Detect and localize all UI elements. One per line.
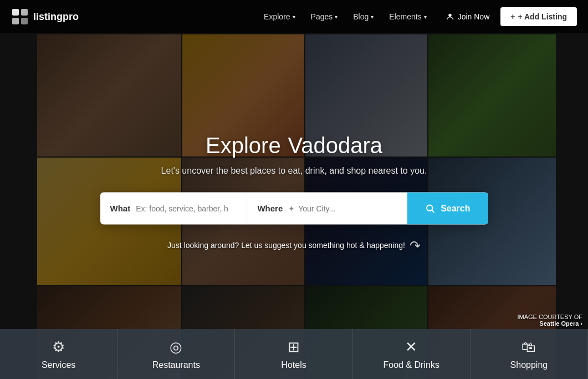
category-restaurants[interactable]: ◎ Restaurants (117, 329, 235, 379)
category-label: Food & Drinks (384, 360, 439, 370)
what-field: What (100, 192, 248, 224)
image-courtesy-link[interactable]: Seattle Opera › (539, 320, 582, 327)
svg-rect-3 (21, 18, 28, 24)
category-services[interactable]: ⚙ Services (0, 329, 117, 379)
hotels-icon: ⊞ (288, 338, 300, 356)
add-listing-button[interactable]: + + Add Listing (500, 7, 577, 26)
hero-section: Explore Vadodara Let's uncover the best … (100, 129, 488, 255)
hero-title: Explore Vadodara (100, 129, 488, 159)
search-icon (425, 203, 435, 213)
arrow-icon: ↷ (410, 235, 421, 255)
logo-icon (11, 8, 29, 26)
food-drinks-icon: ✕ (405, 338, 417, 356)
chevron-down-icon: ▾ (371, 14, 374, 20)
svg-line-6 (432, 210, 434, 212)
nav-pages[interactable]: Pages ▾ (304, 9, 345, 24)
category-label: Restaurants (152, 360, 200, 370)
svg-rect-2 (12, 18, 19, 24)
category-food-drinks[interactable]: ✕ Food & Drinks (353, 329, 471, 379)
nav-blog[interactable]: Blog ▾ (346, 9, 380, 24)
category-bar: ⚙ Services ◎ Restaurants ⊞ Hotels ✕ Food… (0, 329, 588, 379)
hero-subtitle: Let's uncover the best places to eat, dr… (100, 165, 488, 175)
main-nav: Explore ▾ Pages ▾ Blog ▾ Elements ▾ (257, 9, 433, 24)
site-logo[interactable]: listingpro (11, 8, 79, 26)
nav-explore[interactable]: Explore ▾ (257, 9, 301, 24)
svg-rect-1 (21, 9, 28, 16)
suggestion-text: Just looking around? Let us suggest you … (100, 235, 488, 255)
what-input[interactable] (136, 204, 237, 213)
user-icon (446, 12, 454, 21)
svg-point-5 (427, 205, 433, 211)
restaurants-icon: ◎ (170, 338, 182, 356)
what-label: What (110, 204, 131, 213)
where-input[interactable] (298, 204, 397, 213)
category-hotels[interactable]: ⊞ Hotels (235, 329, 352, 379)
svg-rect-0 (12, 9, 19, 16)
search-bar: What Where ✦ Search (100, 192, 488, 224)
chevron-down-icon: ▾ (424, 14, 427, 20)
join-now-link[interactable]: Join Now (439, 9, 497, 24)
plus-icon: + (510, 12, 515, 21)
chevron-down-icon: ▾ (293, 14, 295, 20)
search-button[interactable]: Search (407, 192, 488, 224)
site-header: listingpro Explore ▾ Pages ▾ Blog ▾ Elem… (0, 0, 588, 33)
chevron-down-icon: ▾ (335, 14, 338, 20)
image-courtesy: IMAGE COURTESY OF Seattle Opera › (517, 314, 582, 327)
category-label: Hotels (281, 360, 306, 370)
category-label: Services (42, 360, 75, 370)
location-icon: ✦ (288, 204, 295, 213)
svg-point-4 (448, 14, 451, 17)
category-shopping[interactable]: 🛍 Shopping (471, 329, 588, 379)
where-label: Where (257, 204, 283, 213)
services-icon: ⚙ (52, 338, 65, 356)
category-label: Shopping (510, 360, 548, 370)
nav-elements[interactable]: Elements ▾ (382, 9, 433, 24)
where-field: Where ✦ (247, 192, 407, 224)
shopping-icon: 🛍 (521, 338, 536, 356)
